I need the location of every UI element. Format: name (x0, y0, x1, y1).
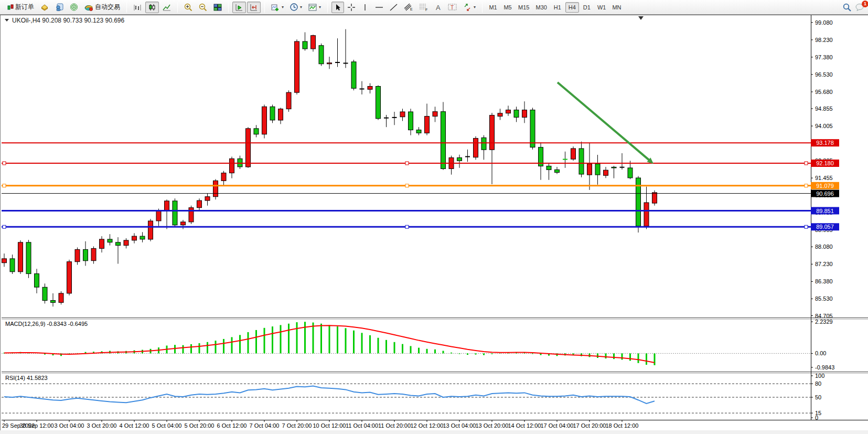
periods-clock-icon (290, 3, 298, 11)
rsi-tick-label: 80 (815, 380, 821, 387)
text-button[interactable]: A (432, 2, 444, 13)
price-tick-label: 94.855 (815, 105, 833, 112)
line-handle[interactable] (805, 184, 808, 187)
line-handle[interactable] (405, 225, 409, 228)
macd-tick-label: 2.2329 (815, 319, 833, 325)
timeframe-MN[interactable]: MN (609, 2, 624, 13)
notifications-button[interactable]: 1 (855, 3, 865, 13)
line-handle[interactable] (3, 184, 6, 187)
dropdown-arrow-icon: ▾ (474, 5, 476, 9)
horizontal-line-button[interactable] (372, 2, 386, 13)
time-tick-label: 17 Oct 04:00 (541, 422, 574, 429)
equidistant-channel-icon: E (404, 3, 413, 11)
text-label-button[interactable]: T (445, 2, 459, 13)
time-tick-label: 5 Oct 20:00 (185, 422, 215, 429)
zoom-in-button[interactable] (181, 2, 195, 13)
toolbar-separator (327, 2, 328, 13)
time-tick-label: 4 Oct 12:00 (120, 422, 149, 429)
line-handle[interactable] (3, 225, 6, 228)
toolbar-separator (482, 2, 483, 13)
price-tick-label: 84.705 (815, 313, 833, 319)
svg-text:E: E (410, 7, 413, 11)
timeframe-M1[interactable]: M1 (486, 2, 500, 13)
main-toolbar: 新订单 自动交易 (0, 0, 868, 15)
price-tick-label: 86.380 (815, 278, 833, 284)
toolbar-separator (228, 2, 229, 13)
timeframe-H4[interactable]: H4 (565, 2, 579, 13)
rsi-tick-label: 100 (815, 373, 824, 379)
market-watch-button[interactable] (38, 2, 51, 13)
auto-trading-icon (84, 4, 93, 11)
arrows-button[interactable]: ▾ (460, 2, 478, 13)
time-tick-label: 13 Oct 04:00 (443, 422, 476, 429)
line-handle[interactable] (405, 184, 409, 187)
hline-price-label: 92.180 (816, 160, 834, 166)
toolbar-separator (177, 2, 178, 13)
dropdown-arrow-icon: ▾ (319, 5, 321, 9)
trendline-button[interactable] (387, 2, 400, 13)
price-tick-label: 88.080 (815, 244, 833, 250)
macd-label: MACD(12,26,9) -0.8343 -0.6495 (5, 321, 88, 327)
time-tick-label: 7 Oct 04:00 (250, 422, 280, 429)
symbol-title: UKOil-,H4 90.208 90.733 90.123 90.696 (5, 17, 124, 24)
timeframe-H1[interactable]: H1 (551, 2, 564, 13)
signals-icon (70, 3, 78, 11)
price-tick-label: 95.680 (815, 89, 833, 95)
cursor-icon (335, 4, 341, 11)
tile-windows-icon (213, 4, 222, 11)
line-handle[interactable] (805, 162, 808, 165)
candlestick-chart-icon (148, 4, 156, 11)
rsi-tick-label: 50 (815, 394, 821, 400)
line-chart-button[interactable] (160, 2, 174, 13)
chart-shift-button[interactable] (247, 2, 261, 13)
price-tick-label: 98.230 (815, 37, 833, 43)
arrows-icon (463, 4, 471, 11)
crosshair-button[interactable] (345, 2, 358, 13)
timeframe-M30[interactable]: M30 (533, 2, 549, 13)
auto-trading-label: 自动交易 (95, 3, 120, 12)
notification-badge: 1 (862, 1, 868, 7)
chart-window[interactable]: 99.08098.23097.38096.53095.68094.85594.0… (0, 15, 868, 434)
line-handle[interactable] (405, 162, 409, 165)
timeframe-M5[interactable]: M5 (501, 2, 515, 13)
trendline-icon (390, 4, 398, 11)
auto-scroll-icon (235, 4, 243, 11)
time-tick-label: 10 Oct 12:00 (313, 422, 346, 429)
periods-button[interactable]: ▾ (287, 2, 305, 13)
line-handle[interactable] (3, 162, 6, 165)
candlestick-chart-button[interactable] (145, 2, 159, 13)
price-tick-label: 96.530 (815, 71, 833, 78)
search-icon[interactable] (843, 3, 851, 12)
fibonacci-button[interactable]: F (416, 2, 431, 13)
signals-button[interactable] (67, 2, 81, 13)
timeframe-group: M1M5M15M30H1H4D1W1MN (484, 2, 626, 13)
new-order-button[interactable]: 新订单 (5, 2, 37, 13)
line-handle[interactable] (805, 225, 808, 228)
price-tick-label: 91.455 (815, 175, 833, 181)
auto-trading-button[interactable]: 自动交易 (82, 2, 123, 13)
timeframe-D1[interactable]: D1 (580, 2, 594, 13)
crosshair-icon (348, 4, 355, 11)
new-order-icon (7, 4, 14, 10)
auto-scroll-button[interactable] (232, 2, 246, 13)
tile-windows-button[interactable] (211, 2, 224, 13)
svg-text:F: F (425, 8, 427, 11)
time-tick-label: 3 Oct 04:00 (55, 422, 84, 429)
price-tick-label: 87.230 (815, 261, 833, 267)
fibonacci-icon: F (419, 3, 428, 11)
indicators-button[interactable]: ▾ (269, 2, 286, 13)
timeframe-M15[interactable]: M15 (516, 2, 532, 13)
chart-canvas[interactable]: 99.08098.23097.38096.53095.68094.85594.0… (0, 15, 868, 434)
profiles-button[interactable] (52, 2, 66, 13)
time-tick-label: 13 Oct 20:00 (476, 422, 509, 429)
timeframe-W1[interactable]: W1 (595, 2, 609, 13)
time-tick-label: 18 Oct 12:00 (606, 422, 639, 429)
new-order-label: 新订单 (15, 3, 34, 12)
templates-button[interactable]: ▾ (306, 2, 324, 13)
text-icon: A (435, 4, 442, 11)
vertical-line-button[interactable] (359, 2, 371, 13)
equidistant-channel-button[interactable]: E (401, 2, 415, 13)
cursor-button[interactable] (331, 2, 344, 13)
zoom-out-button[interactable] (196, 2, 210, 13)
bar-chart-button[interactable] (131, 2, 144, 13)
